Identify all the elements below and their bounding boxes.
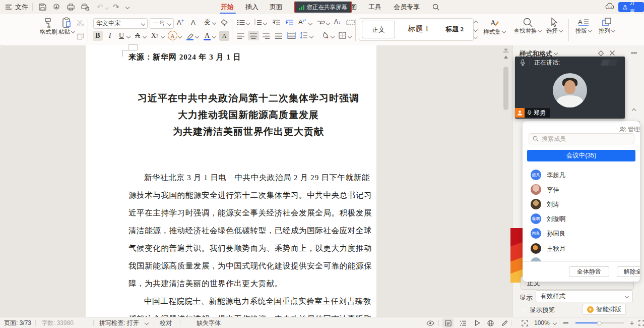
display-style-select[interactable]: 有效样式 bbox=[536, 290, 633, 302]
ruler-toggle-icon[interactable] bbox=[503, 47, 509, 52]
decrease-indent-icon[interactable] bbox=[272, 19, 281, 26]
styles-down-icon[interactable] bbox=[474, 28, 478, 32]
member-row[interactable]: 王秋月 bbox=[523, 241, 640, 256]
borders-icon[interactable] bbox=[339, 32, 346, 39]
align-right-icon[interactable] bbox=[262, 32, 270, 39]
text-tool-dropdown-icon[interactable] bbox=[212, 21, 216, 25]
sharing-screen-badge[interactable]: 您正在共享屏幕 bbox=[294, 2, 352, 13]
layout-button[interactable]: A 排版 bbox=[572, 17, 595, 35]
grow-font-button[interactable]: A+ bbox=[177, 18, 184, 26]
shading-dropdown-icon[interactable] bbox=[331, 34, 335, 38]
superscript-button[interactable]: X2 bbox=[150, 31, 160, 41]
print-preview-icon[interactable] bbox=[81, 3, 90, 11]
wrap-icon[interactable] bbox=[317, 20, 325, 25]
search-icon[interactable] bbox=[432, 4, 439, 11]
italic-button[interactable]: I bbox=[105, 31, 115, 41]
align-center-icon[interactable] bbox=[248, 31, 259, 40]
clear-format-icon[interactable] bbox=[220, 19, 228, 26]
borders-dropdown-icon[interactable] bbox=[348, 34, 352, 38]
quickbar-more-icon[interactable] bbox=[125, 5, 130, 9]
member-row[interactable]: 李佳 bbox=[523, 182, 640, 197]
page-view-icon[interactable] bbox=[442, 318, 454, 327]
bold-button[interactable]: B bbox=[93, 31, 103, 41]
in-meeting-section-bar[interactable]: 会议中(35) bbox=[527, 150, 635, 161]
zoom-dropdown-icon[interactable] bbox=[553, 321, 557, 325]
font-size-select[interactable]: 一号 bbox=[150, 18, 174, 29]
zoom-out-icon[interactable] bbox=[563, 322, 568, 323]
style-heading1[interactable]: 标题 1 bbox=[402, 21, 435, 37]
hamburger-menu-icon[interactable] bbox=[5, 4, 12, 10]
meeting-video-overlay[interactable]: 正在讲话: 郑勇 bbox=[515, 57, 625, 119]
style-normal[interactable]: 正文 bbox=[362, 21, 395, 38]
tab-member[interactable]: 会员专享 bbox=[394, 0, 420, 14]
member-row[interactable]: 国良 孙国良 bbox=[523, 226, 640, 241]
numbered-list-dropdown-icon[interactable] bbox=[263, 21, 267, 25]
style-heading2[interactable]: 标题 2 bbox=[440, 21, 469, 37]
unmute-all-button[interactable]: 解除全体静音 bbox=[617, 266, 640, 277]
distribute-icon[interactable] bbox=[287, 32, 296, 39]
outline-view-icon[interactable] bbox=[458, 318, 469, 327]
pane-scroll-chevron-up[interactable] bbox=[632, 108, 636, 113]
redo-icon[interactable]: ↷ bbox=[113, 3, 119, 12]
find-replace-button[interactable]: 查找替换 bbox=[513, 17, 542, 35]
scroll-up-arrow[interactable] bbox=[504, 56, 508, 59]
paste-button[interactable]: 粘贴 bbox=[57, 17, 76, 36]
select-button[interactable]: 选择 bbox=[544, 17, 564, 35]
font-name-select[interactable]: 华文中宋 bbox=[93, 18, 148, 29]
text-effects-dropdown-icon[interactable] bbox=[178, 34, 182, 38]
member-row[interactable]: 刘涛 bbox=[523, 197, 640, 211]
manage-members-button[interactable]: 管理 bbox=[619, 125, 640, 134]
font-color-button[interactable]: A bbox=[202, 31, 212, 41]
cloud-sync-icon[interactable] bbox=[605, 3, 615, 11]
play-view-icon[interactable] bbox=[472, 318, 483, 327]
sort-icon[interactable]: A↓ bbox=[334, 18, 341, 25]
mute-all-button[interactable]: 全体静音 bbox=[569, 266, 609, 277]
zoom-slider-track[interactable] bbox=[575, 322, 624, 323]
spellcheck-dropdown-icon[interactable] bbox=[145, 321, 149, 325]
zoom-value[interactable]: 100% bbox=[534, 317, 550, 328]
doc-scrollbar-thumb[interactable] bbox=[503, 67, 508, 110]
format-painter-button[interactable]: 格式刷 bbox=[39, 17, 57, 36]
web-view-icon[interactable] bbox=[485, 318, 496, 327]
underline-button[interactable]: U bbox=[116, 31, 126, 41]
numbered-list-icon[interactable] bbox=[254, 19, 262, 26]
shading-icon[interactable] bbox=[321, 32, 329, 39]
align-left-icon[interactable] bbox=[237, 32, 245, 39]
tab-insert[interactable]: 插入 bbox=[245, 0, 259, 14]
show-marks-icon[interactable] bbox=[346, 20, 355, 25]
tab-home[interactable]: 开始 bbox=[221, 0, 234, 14]
pane-title-dropdown-icon[interactable] bbox=[554, 51, 558, 55]
underline-dropdown-icon[interactable] bbox=[126, 34, 131, 38]
tab-tools[interactable]: 工具 bbox=[368, 0, 381, 14]
highlight-button[interactable] bbox=[185, 31, 195, 41]
pane-close-icon[interactable] bbox=[609, 50, 615, 56]
arrange-button[interactable]: 排列 bbox=[597, 17, 617, 35]
smart-layout-button[interactable]: ¥ 智能排版 bbox=[583, 304, 626, 315]
export-pdf-icon[interactable] bbox=[52, 3, 60, 11]
line-spacing-dropdown-icon[interactable] bbox=[309, 34, 313, 38]
style-set-button[interactable]: A 样式集 bbox=[483, 17, 506, 36]
styles-expand-icon[interactable] bbox=[474, 35, 478, 39]
char-scale-dropdown-icon[interactable] bbox=[308, 21, 312, 25]
print-icon[interactable] bbox=[67, 3, 75, 11]
styles-up-icon[interactable] bbox=[474, 21, 478, 25]
text-tool-icon[interactable]: 变 bbox=[204, 18, 210, 27]
line-spacing-icon[interactable] bbox=[300, 32, 308, 39]
save-icon[interactable] bbox=[38, 3, 47, 11]
undo-dropdown-icon[interactable] bbox=[105, 6, 109, 10]
word-count[interactable]: 字数: 33980 bbox=[41, 317, 74, 328]
highlight-dropdown-icon[interactable] bbox=[195, 34, 199, 38]
proofread-button[interactable]: 校对 bbox=[160, 317, 172, 328]
strikethrough-button[interactable]: A bbox=[133, 31, 143, 41]
strikethrough-dropdown-icon[interactable] bbox=[143, 34, 147, 38]
file-menu[interactable]: 文件 bbox=[15, 0, 28, 14]
text-effects-button[interactable]: A bbox=[168, 31, 177, 40]
missing-font-warning[interactable]: 缺失字体 bbox=[197, 317, 221, 328]
page-indicator[interactable]: 页面: 3/73 bbox=[4, 317, 31, 328]
member-search-input[interactable]: 搜索成员 bbox=[529, 133, 634, 144]
document-page[interactable]: 来源：新华网 2024 年 3 月 1 日 习近平在中共中央政治局第十二次集体学… bbox=[86, 45, 376, 317]
share-button[interactable]: 分享 bbox=[618, 2, 644, 12]
char-shading-button[interactable]: A bbox=[219, 31, 229, 41]
fullscreen-icon[interactable] bbox=[636, 318, 644, 327]
edit-pencil-icon[interactable] bbox=[499, 318, 510, 327]
